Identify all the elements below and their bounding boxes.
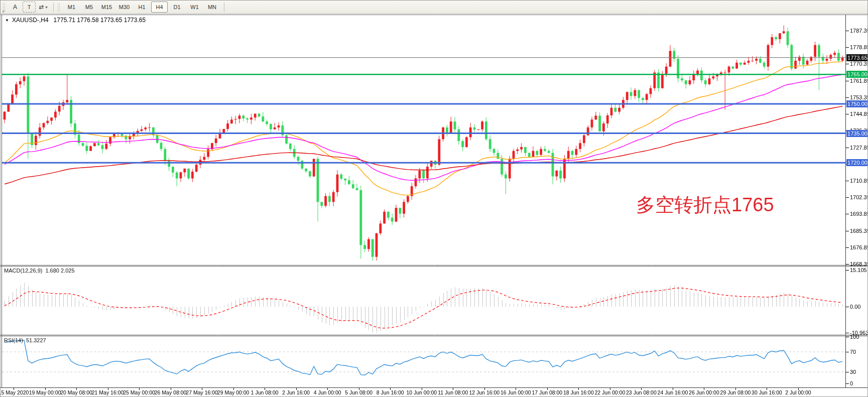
time-axis-label: 16 Jun 00:00 <box>501 389 531 395</box>
price-axis-label: 1761.85 <box>850 78 868 84</box>
time-axis-label: 22 Jun 00:00 <box>595 389 626 395</box>
price-axis-label: 1770.35 <box>850 61 868 67</box>
rsi-indicator-name: RSI(14) <box>4 337 23 343</box>
time-axis-label: 24 Jun 16:00 <box>658 389 688 395</box>
time-axis-label: 30 Jun 16:00 <box>752 389 782 395</box>
time-axis-label: 23 Jun 08:00 <box>626 389 657 395</box>
toolbar-separator-2 <box>224 3 224 12</box>
time-axis-label: 15 May 2020 <box>0 389 29 395</box>
time-axis-label: 5 Jun 08:00 <box>345 389 373 395</box>
time-axis-label: 27 May 16:00 <box>186 389 218 395</box>
time-axis-label: 26 May 08:00 <box>155 389 187 395</box>
time-axis-label: 18 Jun 16:00 <box>563 389 594 395</box>
macd-panel-label: MACD(12,26,9)1.680 2.025 <box>4 268 78 274</box>
macd-axis-label: 0.00 <box>850 304 860 310</box>
price-axis-label: 1668.35 <box>850 261 868 267</box>
price-axis-label: 1787.35 <box>850 28 868 34</box>
chart-annotation: 多空转折点1765 <box>636 192 774 218</box>
time-axis-label: 2 Jun 16:00 <box>282 389 310 395</box>
macd-indicator-name: MACD(12,26,9) <box>4 268 42 274</box>
timeframe-button-h4[interactable]: H4 <box>151 2 168 13</box>
price-axis-label: 1676.85 <box>850 244 868 250</box>
text-tool-button[interactable]: T <box>23 2 36 13</box>
timeframe-button-d1[interactable]: D1 <box>169 2 185 13</box>
level-price-badge: 1750.00 <box>846 100 868 107</box>
time-axis-label: 4 Jun 00:00 <box>314 389 341 395</box>
annotate-a-button[interactable]: A <box>9 2 22 13</box>
time-axis[interactable]: 15 May 202019 May 00:0020 May 08:0021 Ma… <box>1 388 868 397</box>
tool-button-group: AT⇄▾ <box>8 2 50 13</box>
price-axis[interactable]: 1787.351778.851770.351761.851753.351744.… <box>846 15 868 388</box>
price-axis-label: 1727.85 <box>850 145 868 151</box>
mt4-window: F AT⇄▾ M1M5M15M30H1H4D1W1MN ▼ XAUUSD-,H4… <box>0 0 868 397</box>
price-axis-label: 1744.85 <box>850 111 868 117</box>
time-axis-label: 26 Jun 00:00 <box>689 389 719 395</box>
rsi-axis-label: 70 <box>850 349 856 355</box>
macd-axis-label: 15.105 <box>850 267 867 273</box>
rsi-indicator-values: 51.3227 <box>26 337 46 343</box>
price-axis-label: 1685.35 <box>850 228 868 234</box>
ohlc-values: 1775.71 1776.58 1773.65 1773.65 <box>54 17 146 24</box>
time-axis-label: 10 Jun 00:00 <box>406 389 437 395</box>
time-axis-label: 20 May 08:00 <box>60 389 92 395</box>
time-axis-label: 29 Jun 08:00 <box>720 389 751 395</box>
symbol-period-label: XAUUSD-,H4 <box>12 17 49 24</box>
timeframe-button-group: M1M5M15M30H1H4D1W1MN <box>63 2 221 13</box>
gripper-label: F <box>3 10 5 14</box>
time-axis-label: 25 May 00:00 <box>123 389 155 395</box>
time-axis-label: 2 Jul 00:00 <box>785 389 811 395</box>
timeframe-button-m30[interactable]: M30 <box>116 2 133 13</box>
rsi-axis-label: 30 <box>850 369 856 375</box>
time-axis-label: 8 Jun 16:00 <box>377 389 404 395</box>
timeframe-button-mn[interactable]: MN <box>204 2 220 13</box>
timeframe-button-m5[interactable]: M5 <box>81 2 97 13</box>
time-axis-label: 17 Jun 08:00 <box>532 389 562 395</box>
timeframe-button-h1[interactable]: H1 <box>134 2 150 13</box>
price-axis-label: 1693.85 <box>850 211 868 217</box>
time-axis-label: 19 May 00:00 <box>29 389 61 395</box>
symbol-dropdown-icon[interactable]: ▼ <box>5 18 9 23</box>
timeframe-button-m1[interactable]: M1 <box>63 2 80 13</box>
toolbar-gripper-2[interactable] <box>57 3 61 12</box>
rsi-axis-label: 0 <box>850 380 853 386</box>
rsi-axis-label: 100 <box>850 334 859 340</box>
toolbar: F AT⇄▾ M1M5M15M30H1H4D1W1MN <box>1 1 868 14</box>
time-axis-label: 11 Jun 08:00 <box>438 389 468 395</box>
price-axis-label: 1710.85 <box>850 178 868 184</box>
rsi-panel-label: RSI(14)51.3227 <box>4 337 49 343</box>
macd-indicator-values: 1.680 2.025 <box>45 268 74 274</box>
level-price-badge: 1735.00 <box>846 130 868 137</box>
current-price-badge: 1773.65 <box>846 54 868 61</box>
timeframe-button-w1[interactable]: W1 <box>186 2 203 13</box>
chart-title: ▼ XAUUSD-,H4 1775.71 1776.58 1773.65 177… <box>5 17 146 24</box>
price-axis-label: 1778.85 <box>850 44 868 50</box>
price-axis-label: 1702.35 <box>850 194 868 200</box>
time-axis-label: 29 May 00:00 <box>217 389 250 395</box>
time-axis-label: 21 May 16:00 <box>92 389 124 395</box>
timeframe-button-m15[interactable]: M15 <box>98 2 115 13</box>
time-axis-label: 1 Jun 08:00 <box>251 389 279 395</box>
price-axis-label: 1753.35 <box>850 94 868 100</box>
toolbar-separator <box>53 3 54 12</box>
level-price-badge: 1765.00 <box>846 71 868 78</box>
toolbar-gripper[interactable]: F <box>3 3 6 12</box>
objects-arrows-button[interactable]: ⇄▾ <box>37 2 50 13</box>
time-axis-label: 12 Jun 16:00 <box>469 389 500 395</box>
level-price-badge: 1720.00 <box>846 159 868 166</box>
dropdown-caret-icon: ▾ <box>46 5 48 10</box>
